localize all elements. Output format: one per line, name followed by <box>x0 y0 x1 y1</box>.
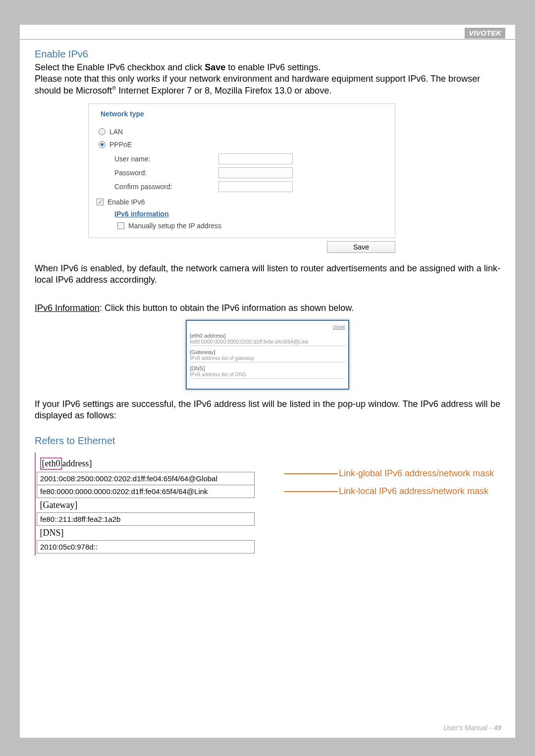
paragraph-ipv6-enabled: When IPv6 is enabled, by default, the ne… <box>35 263 500 286</box>
section-title-enable-ipv6: Enable IPv6 <box>35 49 500 60</box>
radio-lan-label: LAN <box>109 128 123 136</box>
save-button[interactable]: Save <box>327 241 395 253</box>
popup-dns-value: IPv6 address list of DNS <box>190 371 345 379</box>
enable-ipv6-label: Enable IPv6 <box>107 198 145 206</box>
section-title-refers-ethernet: Refers to Ethernet <box>35 435 500 447</box>
eth0-link-address: fe80:0000:0000:0000:0202:d1ff:fe04:65f4/… <box>37 485 255 498</box>
checkbox-icon <box>117 222 124 229</box>
ipv6-info-popup: close [eth0 address] fe80:0000:0000:0000… <box>186 320 349 390</box>
username-label: User name: <box>114 155 218 163</box>
connector-line <box>284 491 338 492</box>
password-input[interactable] <box>218 167 293 178</box>
paragraph-ipv6-info: IPv6 Information: Click this button to o… <box>35 302 500 314</box>
manual-ip-checkbox[interactable]: Manually setup the IP address <box>117 222 387 230</box>
username-input[interactable] <box>218 153 293 164</box>
gateway-value: fe80::211:d8ff:fea2:1a2b <box>37 513 255 526</box>
intro-paragraph-1: Select the Enable IPv6 checkbox and clic… <box>35 62 500 73</box>
network-type-panel: Network type LAN PPPoE User name: Passwo… <box>88 103 395 253</box>
brand-logo: VIVOTEK <box>465 28 505 39</box>
popup-dns-label: [DNS] <box>190 365 345 371</box>
enable-ipv6-checkbox[interactable]: ✓ Enable IPv6 <box>97 198 387 206</box>
radio-lan[interactable]: LAN <box>99 128 387 136</box>
paragraph-success: If your IPv6 settings are successful, th… <box>35 399 500 421</box>
popup-gateway-value: IPv6 address list of gateway <box>190 355 345 362</box>
gateway-header: [Gateway] <box>37 498 255 513</box>
annotation-link-local: Link-local IPv6 address/network mask <box>339 486 488 497</box>
password-label: Password: <box>114 169 218 177</box>
popup-eth-value: fe80:0000:0000:0000:0202:d1ff:fe0e:d4c8/… <box>190 339 345 346</box>
popup-eth-label: [eth0 address] <box>190 333 345 339</box>
eth0-header: [eth0address] <box>37 455 255 472</box>
confirm-password-label: Confirm password: <box>114 183 218 191</box>
page-footer: User's Manual - 49 <box>443 724 501 732</box>
highlight-bar <box>35 453 36 555</box>
header-bar: VIVOTEK <box>20 25 515 40</box>
checkbox-icon: ✓ <box>97 199 104 205</box>
dns-value: 2010:05c0:978d:: <box>37 541 255 554</box>
radio-pppoe[interactable]: PPPoE <box>99 141 387 149</box>
manual-ip-label: Manually setup the IP address <box>128 222 221 230</box>
annotation-link-global: Link-global IPv6 address/network mask <box>339 468 494 479</box>
intro-paragraph-2: Please note that this only works if your… <box>35 73 500 97</box>
confirm-password-input[interactable] <box>218 181 293 192</box>
dns-header: [DNS] <box>37 526 255 541</box>
ethernet-address-block: [eth0address] 2001:0c08:2500:0002:0202:d… <box>35 455 500 554</box>
popup-close-link[interactable]: close <box>190 324 345 330</box>
connector-line <box>284 473 338 474</box>
eth0-global-address: 2001:0c08:2500:0002:0202:d1ff:fe04:65f4/… <box>37 472 255 485</box>
network-type-legend: Network type <box>99 110 146 118</box>
popup-gateway-label: [Gateway] <box>190 349 345 355</box>
radio-icon <box>99 128 106 135</box>
radio-pppoe-label: PPPoE <box>109 141 132 149</box>
ipv6-information-link[interactable]: IPv6 information <box>114 210 169 218</box>
radio-icon <box>99 141 106 148</box>
